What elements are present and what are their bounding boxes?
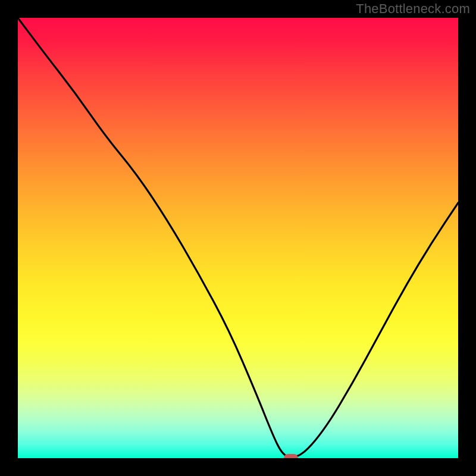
watermark-text: TheBottleneck.com [356, 1, 470, 17]
plot-area [18, 18, 458, 458]
chart-container: TheBottleneck.com [0, 0, 476, 476]
curve-svg [18, 18, 458, 458]
optimal-point-marker [284, 454, 298, 458]
bottleneck-curve [18, 18, 458, 457]
